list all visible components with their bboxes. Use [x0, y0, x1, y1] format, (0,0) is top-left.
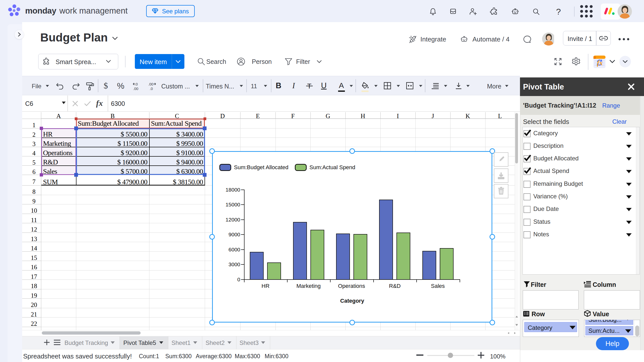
- svg-text:.00: .00: [148, 82, 153, 86]
- svg-text:.00: .00: [133, 86, 138, 90]
- svg-text:.0: .0: [150, 86, 153, 90]
- svg-text:fx: fx: [597, 59, 603, 67]
